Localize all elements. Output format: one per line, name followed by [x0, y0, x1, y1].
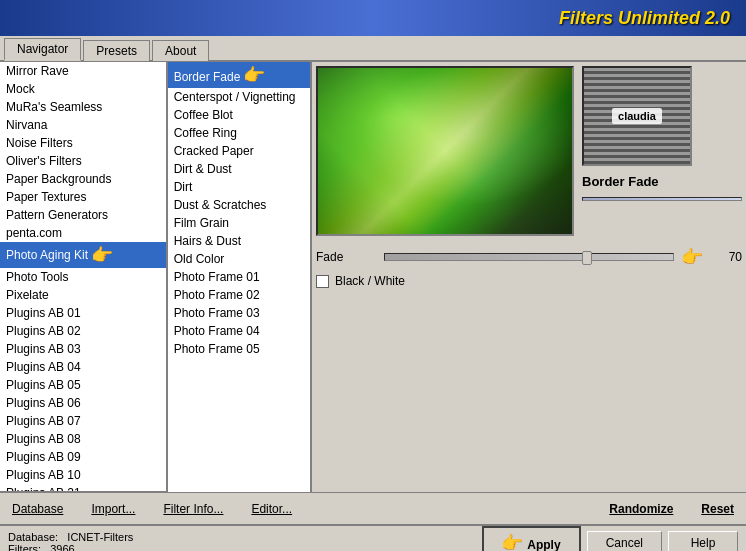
list-item[interactable]: Plugins AB 07 — [0, 412, 166, 430]
preview-area: claudia Border Fade — [316, 66, 742, 236]
filter-list-item[interactable]: Centerspot / Vignetting — [168, 88, 310, 106]
category-list: Mirror Rave Mock MuRa's Seamless Nirvana… — [0, 62, 166, 492]
list-item-selected[interactable]: Photo Aging Kit 👈 — [0, 242, 166, 268]
status-bar: Database: ICNET-Filters Filters: 3966 👈 … — [0, 524, 746, 551]
database-status: Database: ICNET-Filters — [8, 531, 482, 543]
apply-button[interactable]: 👈 Apply — [482, 526, 580, 551]
list-item[interactable]: Nirvana — [0, 116, 166, 134]
list-item[interactable]: Plugins AB 05 — [0, 376, 166, 394]
thumb-background: claudia — [584, 68, 690, 164]
tab-bar: Navigator Presets About — [0, 36, 746, 62]
tab-navigator[interactable]: Navigator — [4, 38, 81, 61]
preview-image — [318, 68, 572, 234]
list-item[interactable]: Plugins AB 10 — [0, 466, 166, 484]
app-title: Filters Unlimited 2.0 — [559, 8, 730, 29]
help-button[interactable]: Help — [668, 531, 738, 551]
bw-checkbox[interactable] — [316, 275, 329, 288]
main-layout: Mirror Rave Mock MuRa's Seamless Nirvana… — [0, 62, 746, 492]
database-status-label: Database: — [8, 531, 58, 543]
status-actions: 👈 Apply Cancel Help — [482, 526, 738, 551]
bw-label: Black / White — [335, 274, 405, 288]
left-panel[interactable]: Mirror Rave Mock MuRa's Seamless Nirvana… — [0, 62, 168, 492]
list-item[interactable]: Plugins AB 01 — [0, 304, 166, 322]
filters-status: Filters: 3966 — [8, 543, 482, 551]
list-item[interactable]: Plugins AB 06 — [0, 394, 166, 412]
arrow-icon: 👈 — [244, 64, 266, 86]
editor-button[interactable]: Editor... — [247, 500, 296, 518]
preview-thumbnail: claudia — [582, 66, 692, 166]
list-item[interactable]: Paper Textures — [0, 188, 166, 206]
list-item[interactable]: Plugins AB 03 — [0, 340, 166, 358]
list-item[interactable]: Plugins AB 02 — [0, 322, 166, 340]
fade-arrow-icon: 👈 — [682, 246, 704, 268]
list-item[interactable]: Pattern Generators — [0, 206, 166, 224]
filter-list-item[interactable]: Coffee Ring — [168, 124, 310, 142]
tab-presets[interactable]: Presets — [83, 40, 150, 61]
preview-main — [316, 66, 574, 236]
filters-status-label: Filters: — [8, 543, 41, 551]
right-panel: claudia Border Fade Fade 👈 70 — [312, 62, 746, 492]
filter-list-item[interactable]: Old Color — [168, 250, 310, 268]
list-item[interactable]: Paper Backgrounds — [0, 170, 166, 188]
filter-list-item[interactable]: Photo Frame 04 — [168, 322, 310, 340]
list-item[interactable]: penta.com — [0, 224, 166, 242]
thumb-label: claudia — [612, 108, 662, 124]
fade-value: 70 — [712, 250, 742, 264]
fade-slider-thumb[interactable] — [582, 251, 592, 265]
fade-slider[interactable] — [384, 253, 674, 261]
status-info: Database: ICNET-Filters Filters: 3966 — [8, 531, 482, 551]
fade-label: Fade — [316, 250, 376, 264]
filter-list: Border Fade 👈 Centerspot / Vignetting Co… — [168, 62, 310, 358]
bw-checkbox-row: Black / White — [316, 274, 742, 288]
spacer — [316, 312, 742, 332]
cancel-button[interactable]: Cancel — [587, 531, 662, 551]
filter-list-item[interactable]: Photo Frame 01 — [168, 268, 310, 286]
filter-list-item[interactable]: Dirt & Dust — [168, 160, 310, 178]
controls-area: Fade 👈 70 Black / White — [316, 242, 742, 488]
bottom-toolbar: Database Import... Filter Info... Editor… — [0, 492, 746, 524]
apply-arrow-icon: 👈 — [502, 532, 524, 551]
reset-button[interactable]: Reset — [697, 500, 738, 518]
list-item[interactable]: Mirror Rave — [0, 62, 166, 80]
filter-name-display: Border Fade — [582, 172, 659, 191]
list-item[interactable]: Mock — [0, 80, 166, 98]
filters-status-value: 3966 — [50, 543, 74, 551]
filter-list-item[interactable]: Dust & Scratches — [168, 196, 310, 214]
list-item[interactable]: MuRa's Seamless — [0, 98, 166, 116]
database-status-value: ICNET-Filters — [67, 531, 133, 543]
fade-control-row: Fade 👈 70 — [316, 246, 742, 268]
list-item[interactable]: Plugins AB 08 — [0, 430, 166, 448]
filter-list-item-selected[interactable]: Border Fade 👈 — [168, 62, 310, 88]
randomize-button[interactable]: Randomize — [605, 500, 677, 518]
filter-list-item[interactable]: Hairs & Dust — [168, 232, 310, 250]
arrow-icon: 👈 — [92, 244, 114, 266]
filter-list-item[interactable]: Photo Frame 05 — [168, 340, 310, 358]
list-item[interactable]: Plugins AB 09 — [0, 448, 166, 466]
list-item[interactable]: Photo Tools — [0, 268, 166, 286]
title-bar: Filters Unlimited 2.0 — [0, 0, 746, 36]
tab-about[interactable]: About — [152, 40, 209, 61]
middle-panel[interactable]: Border Fade 👈 Centerspot / Vignetting Co… — [168, 62, 312, 492]
filter-list-item[interactable]: Cracked Paper — [168, 142, 310, 160]
list-item[interactable]: Oliver's Filters — [0, 152, 166, 170]
import-button[interactable]: Import... — [87, 500, 139, 518]
filter-list-item[interactable]: Photo Frame 03 — [168, 304, 310, 322]
list-item[interactable]: Pixelate — [0, 286, 166, 304]
filter-list-item[interactable]: Coffee Blot — [168, 106, 310, 124]
filter-list-item[interactable]: Dirt — [168, 178, 310, 196]
spacer — [316, 332, 742, 352]
spacer — [316, 292, 742, 312]
list-item[interactable]: Plugins AB 21 — [0, 484, 166, 492]
database-button[interactable]: Database — [8, 500, 67, 518]
filter-list-item[interactable]: Film Grain — [168, 214, 310, 232]
list-item[interactable]: Noise Filters — [0, 134, 166, 152]
list-item[interactable]: Plugins AB 04 — [0, 358, 166, 376]
filter-info-button[interactable]: Filter Info... — [159, 500, 227, 518]
filter-list-item[interactable]: Photo Frame 02 — [168, 286, 310, 304]
